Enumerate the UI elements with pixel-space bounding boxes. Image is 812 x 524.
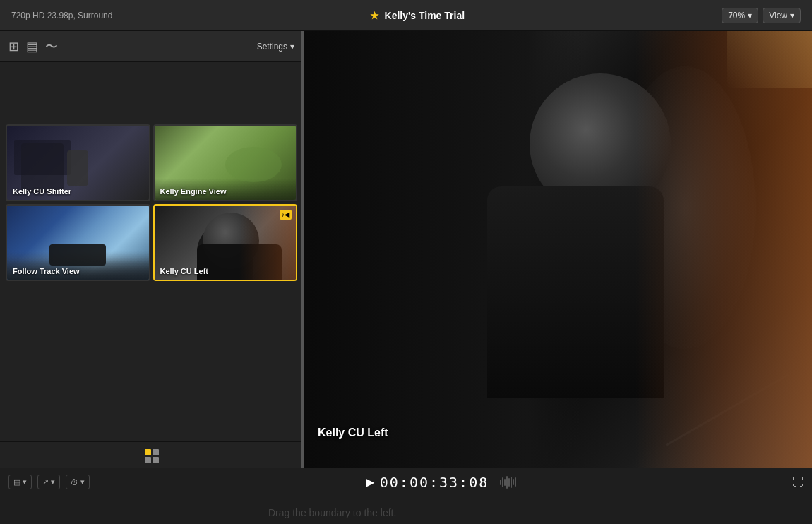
zoom-button[interactable]: 70% ▾ <box>722 8 758 23</box>
settings-button[interactable]: Settings ▾ <box>257 42 294 52</box>
track-blur <box>635 31 812 468</box>
instruction-text: Drag the boundary to the left. <box>268 507 396 518</box>
instruction-tooltip: Drag the boundary to the left. <box>268 501 396 524</box>
toolbar-icons: ⊞ ▤ 〜 <box>8 38 58 55</box>
waveform-bar <box>508 478 510 487</box>
waveform-icon[interactable]: 〜 <box>45 38 58 55</box>
grid-cell-3 <box>145 457 151 463</box>
format-info: 720p HD 23.98p, Surround <box>11 11 112 20</box>
filmstrip-icon[interactable]: ▤ <box>26 39 38 54</box>
waveform-mini <box>500 476 516 489</box>
chevron-down-icon: ▾ <box>790 11 794 20</box>
connections-button[interactable]: ↗ ▾ <box>37 475 60 489</box>
preview-clip-label: Kelly CU Left <box>318 427 388 439</box>
clip-grid: Kelly CU Shifter Kelly Engine View Follo… <box>0 119 303 441</box>
corner-highlight <box>727 31 812 88</box>
grid-cell-1 <box>145 449 151 455</box>
panel-toolbar: ⊞ ▤ 〜 Settings ▾ <box>0 31 303 62</box>
waveform-bar <box>504 479 506 486</box>
clip-kelly-engine-view[interactable]: Kelly Engine View <box>153 124 298 201</box>
clip-label-engine: Kelly Engine View <box>160 187 227 196</box>
connections-icon: ↗ <box>42 477 49 487</box>
bottom-bar: ▤ ▾ ↗ ▾ ⏱ ▾ ▶ 00:00:33:08 <box>0 468 812 524</box>
grid-view-icon[interactable]: ⊞ <box>8 39 19 54</box>
empty-space <box>0 62 303 119</box>
waveform-bar <box>513 479 514 485</box>
grid-cell-4 <box>153 457 159 463</box>
panel-divider[interactable] <box>301 31 304 468</box>
timeline-left-controls: ▤ ▾ ↗ ▾ ⏱ ▾ <box>8 475 90 489</box>
preview-panel: Kelly CU Left <box>304 31 812 468</box>
timeline-top: ▤ ▾ ↗ ▾ ⏱ ▾ ▶ 00:00:33:08 <box>0 468 812 496</box>
speed-icon: ⏱ <box>71 478 78 487</box>
chevron-down-icon: ▾ <box>23 477 27 487</box>
project-title: Kelly's Time Trial <box>385 10 465 21</box>
project-title-area: ★ Kelly's Time Trial <box>370 10 465 21</box>
clip-follow-track-view[interactable]: Follow Track View <box>6 204 150 281</box>
chevron-down-icon: ▾ <box>51 477 55 487</box>
waveform-bar <box>511 477 512 488</box>
multicam-grid-icon[interactable] <box>145 449 159 463</box>
clip-label-shifter: Kelly CU Shifter <box>13 187 71 196</box>
view-label: View <box>769 11 787 20</box>
clip-label-follow: Follow Track View <box>13 267 80 275</box>
timecode-display: 00:00:33:08 <box>380 474 489 491</box>
clip-badge-culeft: ♪◀ <box>280 210 292 220</box>
chevron-down-icon: ▾ <box>748 11 752 20</box>
clip-kelly-cu-left[interactable]: ♪◀ Kelly CU Left <box>153 204 298 281</box>
playback-controls: ▶ 00:00:33:08 <box>101 474 781 491</box>
format-label: 720p HD 23.98p, Surround <box>11 11 112 20</box>
play-button[interactable]: ▶ <box>366 475 374 489</box>
fullscreen-area: ⛶ <box>792 476 804 489</box>
clip-kelly-cu-shifter[interactable]: Kelly CU Shifter <box>6 124 150 201</box>
waveform-bar <box>506 476 508 489</box>
chevron-down-icon: ▾ <box>290 42 294 52</box>
top-bar: 720p HD 23.98p, Surround ★ Kelly's Time … <box>0 0 812 31</box>
clip-appearance-button[interactable]: ▤ ▾ <box>8 475 32 489</box>
clip-label-culeft: Kelly CU Left <box>160 267 208 275</box>
zoom-level: 70% <box>728 11 745 20</box>
fullscreen-button[interactable]: ⛶ <box>792 476 804 488</box>
preview-frame: Kelly CU Left <box>304 31 812 468</box>
clip-appearance-icon: ▤ <box>13 477 20 487</box>
waveform-bar <box>515 477 516 487</box>
top-bar-controls: 70% ▾ View ▾ <box>722 8 801 23</box>
star-icon: ★ <box>370 10 379 21</box>
view-button[interactable]: View ▾ <box>763 8 801 23</box>
waveform-bar <box>502 477 503 487</box>
chevron-down-icon: ▾ <box>80 477 85 487</box>
preview-background <box>304 31 812 468</box>
main-container: ⊞ ▤ 〜 Settings ▾ Kelly CU Shifter <box>0 31 812 468</box>
speed-button[interactable]: ⏱ ▾ <box>66 475 90 489</box>
grid-cell-2 <box>153 449 159 455</box>
settings-label: Settings <box>257 42 287 52</box>
waveform-bar <box>500 480 501 485</box>
left-panel: ⊞ ▤ 〜 Settings ▾ Kelly CU Shifter <box>0 31 304 468</box>
panel-bottom: ⇔ <box>0 441 303 468</box>
